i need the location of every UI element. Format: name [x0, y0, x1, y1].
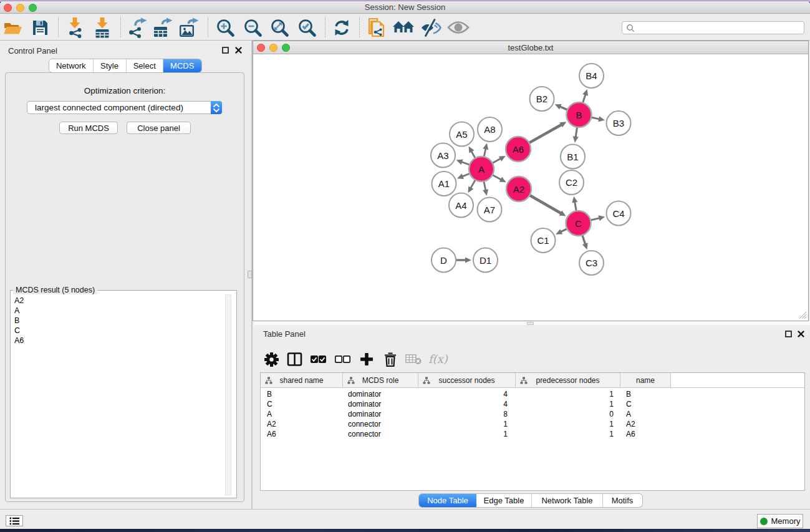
tab-node-table[interactable]: Node Table	[419, 494, 476, 507]
search-input[interactable]	[635, 22, 804, 33]
table-cell: 0	[516, 409, 620, 419]
criterion-dropdown[interactable]: largest connected component (directed)	[27, 101, 222, 114]
refresh-button[interactable]	[329, 17, 354, 38]
close-panel-action-button[interactable]: Close panel	[127, 122, 191, 134]
column-header-label: shared name	[261, 376, 342, 385]
memory-label: Memory	[771, 516, 801, 526]
zoom-out-button[interactable]	[240, 17, 265, 38]
graph-node-label: A4	[455, 200, 466, 211]
tab-style[interactable]: Style	[94, 59, 127, 72]
table-tabs: Node TableEdge TableNetwork TableMotifs	[419, 494, 642, 507]
column-header-label: predecessor nodes	[516, 376, 620, 385]
table-row[interactable]: Cdominator41C	[261, 399, 804, 409]
edge-arrowhead	[572, 196, 577, 203]
graph-node-label: A8	[484, 124, 495, 135]
tab-motifs[interactable]: Motifs	[603, 494, 642, 507]
control-panel-tabs: NetworkStyleSelectMCDS	[49, 59, 201, 72]
column-header-predecessor-nodes[interactable]: predecessor nodes	[516, 373, 620, 387]
horizontal-splitter-handle[interactable]	[527, 322, 534, 325]
table-cell: A	[620, 409, 671, 419]
mcds-result-item[interactable]: A	[13, 306, 225, 316]
zoom-selected-icon	[297, 18, 317, 37]
table-cell: dominator	[343, 389, 418, 399]
table-cell: 8	[418, 409, 516, 419]
duplicate-network-button[interactable]	[364, 17, 389, 38]
edge-A2-C[interactable]	[529, 195, 562, 214]
float-table-panel-button[interactable]	[784, 330, 793, 338]
column-header-MCDS-role[interactable]: MCDS role	[343, 373, 418, 387]
table-row[interactable]: Bdominator41B	[261, 389, 804, 399]
column-header-shared-name[interactable]: shared name	[261, 373, 343, 387]
unselect-all-columns-button[interactable]	[332, 349, 354, 370]
search-box[interactable]	[622, 21, 804, 34]
edge-arrowhead	[465, 257, 471, 263]
fx-icon: f(x)	[427, 352, 450, 367]
tab-select[interactable]: Select	[127, 59, 164, 72]
delete-columns-button[interactable]	[379, 349, 402, 370]
edge-arrowhead	[483, 189, 488, 196]
open-session-button[interactable]	[0, 17, 25, 38]
zoom-selected-button[interactable]	[294, 17, 319, 38]
task-history-button[interactable]	[6, 515, 23, 526]
edge-arrowhead	[483, 143, 488, 150]
status-bar: Memory	[0, 509, 810, 529]
close-table-panel-button[interactable]	[797, 330, 805, 338]
edge-A6-B[interactable]	[528, 124, 562, 143]
export-table-button[interactable]	[150, 17, 175, 38]
table-row[interactable]: Adominator80A	[261, 409, 804, 419]
float-panel-button[interactable]	[221, 46, 229, 54]
hide-selected-button[interactable]	[418, 17, 443, 38]
import-table-button[interactable]	[90, 17, 115, 38]
table-cell: C	[261, 399, 343, 409]
app-window: Session: New Session	[0, 1, 810, 529]
network-window-title: testGlobe.txt	[253, 41, 808, 54]
panel-divider-handle[interactable]	[248, 271, 252, 278]
uncheck-pair-icon	[334, 355, 351, 364]
table-mode-button[interactable]	[261, 349, 283, 370]
show-all-button[interactable]	[446, 17, 471, 38]
mcds-result-item[interactable]: A6	[13, 336, 225, 346]
tab-network-table[interactable]: Network Table	[532, 494, 603, 507]
export-image-button[interactable]	[176, 17, 201, 38]
select-all-columns-button[interactable]	[307, 349, 330, 370]
optimization-criterion-label: Optimization criterion:	[6, 86, 244, 95]
mcds-result-item[interactable]: C	[13, 326, 225, 336]
export-network-button[interactable]	[125, 17, 150, 38]
zoom-in-button[interactable]	[213, 17, 238, 38]
table-cell: 1	[516, 389, 620, 399]
table-cell: 1	[418, 429, 516, 439]
import-network-button[interactable]	[62, 17, 87, 38]
result-scrollbar[interactable]	[225, 294, 231, 495]
mcds-result-item[interactable]: A2	[13, 296, 225, 306]
zoom-out-icon	[243, 18, 263, 37]
chevron-down-icon	[213, 109, 219, 112]
tab-network[interactable]: Network	[49, 59, 94, 72]
save-session-button[interactable]	[27, 17, 52, 38]
network-window-titlebar: testGlobe.txt	[253, 41, 808, 54]
graph-node-label: A7	[484, 205, 495, 215]
memory-button[interactable]: Memory	[757, 514, 803, 528]
create-column-button[interactable]	[355, 349, 378, 370]
export-table-icon	[152, 17, 173, 38]
tab-edge-table[interactable]: Edge Table	[476, 494, 532, 507]
first-neighbors-button[interactable]	[391, 17, 416, 38]
close-panel-button[interactable]	[234, 46, 243, 54]
table-cell: dominator	[343, 399, 418, 409]
table-cell: A	[261, 409, 343, 419]
gear-icon	[264, 352, 279, 367]
column-header-successor-nodes[interactable]: successor nodes	[418, 373, 516, 387]
show-column-panel-button[interactable]	[284, 349, 306, 370]
mcds-result-item[interactable]: B	[13, 316, 225, 326]
table-row[interactable]: A6connector11A6	[261, 429, 804, 439]
tab-mcds[interactable]: MCDS	[163, 59, 201, 72]
mcds-panel: Optimization criterion: largest connecte…	[5, 72, 244, 502]
float-icon	[785, 331, 792, 337]
network-canvas[interactable]: AA1A2A3A4A5A6A7A8BB1B2B3B4CC1C2C3C4DD1	[253, 55, 808, 321]
table-cell: 1	[516, 399, 620, 409]
resize-grip-icon[interactable]	[797, 309, 807, 319]
table-row[interactable]: A2connector11A2	[261, 419, 804, 429]
float-icon	[222, 47, 229, 54]
column-header-name[interactable]: name	[620, 373, 671, 387]
run-mcds-button[interactable]: Run MCDS	[59, 122, 118, 134]
zoom-fit-button[interactable]	[267, 17, 292, 38]
